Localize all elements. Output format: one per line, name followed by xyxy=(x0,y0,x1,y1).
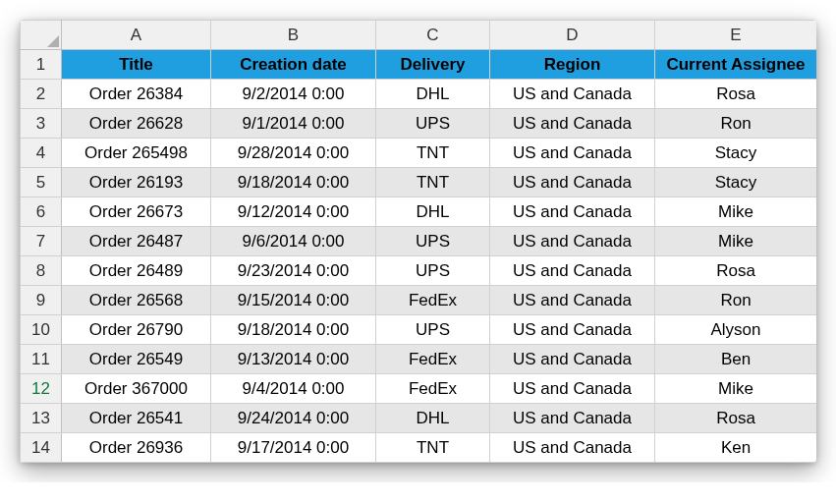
cell-region[interactable]: US and Canada xyxy=(490,197,655,227)
row-header-7[interactable]: 7 xyxy=(21,227,62,256)
header-delivery[interactable]: Delivery xyxy=(376,50,490,80)
row-header-11[interactable]: 11 xyxy=(21,345,62,374)
cell-title[interactable]: Order 26549 xyxy=(62,345,211,374)
row-header-2[interactable]: 2 xyxy=(21,80,62,109)
cell-delivery[interactable]: DHL xyxy=(376,404,490,433)
cell-assignee[interactable]: Ken xyxy=(655,433,817,463)
cell-date[interactable]: 9/18/2014 0:00 xyxy=(211,168,376,197)
cell-date[interactable]: 9/1/2014 0:00 xyxy=(211,109,376,139)
table-row: 4 Order 265498 9/28/2014 0:00 TNT US and… xyxy=(21,139,817,168)
cell-assignee[interactable]: Ron xyxy=(655,109,817,139)
cell-assignee[interactable]: Ben xyxy=(655,345,817,374)
cell-delivery[interactable]: DHL xyxy=(376,80,490,109)
cell-assignee[interactable]: Alyson xyxy=(655,315,817,345)
row-header-9[interactable]: 9 xyxy=(21,286,62,315)
table-header-row: 1 Title Creation date Delivery Region Cu… xyxy=(21,50,817,80)
cell-assignee[interactable]: Stacy xyxy=(655,168,817,197)
col-header-A[interactable]: A xyxy=(62,21,211,50)
cell-title[interactable]: Order 26568 xyxy=(62,286,211,315)
cell-title[interactable]: Order 367000 xyxy=(62,374,211,404)
cell-assignee[interactable]: Ron xyxy=(655,286,817,315)
cell-date[interactable]: 9/4/2014 0:00 xyxy=(211,374,376,404)
cell-title[interactable]: Order 26193 xyxy=(62,168,211,197)
cell-delivery[interactable]: TNT xyxy=(376,168,490,197)
row-header-4[interactable]: 4 xyxy=(21,139,62,168)
cell-delivery[interactable]: FedEx xyxy=(376,345,490,374)
cell-title[interactable]: Order 265498 xyxy=(62,139,211,168)
cell-delivery[interactable]: TNT xyxy=(376,433,490,463)
cell-region[interactable]: US and Canada xyxy=(490,80,655,109)
row-header-5[interactable]: 5 xyxy=(21,168,62,197)
cell-region[interactable]: US and Canada xyxy=(490,315,655,345)
table-row: 6 Order 26673 9/12/2014 0:00 DHL US and … xyxy=(21,197,817,227)
cell-region[interactable]: US and Canada xyxy=(490,374,655,404)
cell-region[interactable]: US and Canada xyxy=(490,286,655,315)
cell-delivery[interactable]: TNT xyxy=(376,139,490,168)
column-header-row: A B C D E xyxy=(21,21,817,50)
cell-date[interactable]: 9/23/2014 0:00 xyxy=(211,256,376,286)
table-row: 8 Order 26489 9/23/2014 0:00 UPS US and … xyxy=(21,256,817,286)
row-header-13[interactable]: 13 xyxy=(21,404,62,433)
table-row: 11 Order 26549 9/13/2014 0:00 FedEx US a… xyxy=(21,345,817,374)
cell-assignee[interactable]: Rosa xyxy=(655,404,817,433)
cell-region[interactable]: US and Canada xyxy=(490,109,655,139)
cell-date[interactable]: 9/12/2014 0:00 xyxy=(211,197,376,227)
table-row: 14 Order 26936 9/17/2014 0:00 TNT US and… xyxy=(21,433,817,463)
cell-title[interactable]: Order 26790 xyxy=(62,315,211,345)
row-header-10[interactable]: 10 xyxy=(21,315,62,345)
header-title[interactable]: Title xyxy=(62,50,211,80)
col-header-C[interactable]: C xyxy=(376,21,490,50)
row-header-6[interactable]: 6 xyxy=(21,197,62,227)
cell-delivery[interactable]: UPS xyxy=(376,109,490,139)
cell-region[interactable]: US and Canada xyxy=(490,168,655,197)
grid[interactable]: A B C D E 1 Title Creation date Delivery… xyxy=(20,20,816,463)
cell-region[interactable]: US and Canada xyxy=(490,345,655,374)
cell-region[interactable]: US and Canada xyxy=(490,433,655,463)
col-header-D[interactable]: D xyxy=(490,21,655,50)
col-header-E[interactable]: E xyxy=(655,21,817,50)
cell-delivery[interactable]: FedEx xyxy=(376,286,490,315)
cell-delivery[interactable]: DHL xyxy=(376,197,490,227)
spreadsheet[interactable]: A B C D E 1 Title Creation date Delivery… xyxy=(20,20,816,463)
cell-assignee[interactable]: Rosa xyxy=(655,256,817,286)
cell-region[interactable]: US and Canada xyxy=(490,404,655,433)
cell-delivery[interactable]: UPS xyxy=(376,256,490,286)
cell-title[interactable]: Order 26487 xyxy=(62,227,211,256)
cell-date[interactable]: 9/18/2014 0:00 xyxy=(211,315,376,345)
cell-date[interactable]: 9/2/2014 0:00 xyxy=(211,80,376,109)
cell-title[interactable]: Order 26384 xyxy=(62,80,211,109)
cell-assignee[interactable]: Mike xyxy=(655,374,817,404)
cell-title[interactable]: Order 26936 xyxy=(62,433,211,463)
cell-assignee[interactable]: Rosa xyxy=(655,80,817,109)
cell-date[interactable]: 9/15/2014 0:00 xyxy=(211,286,376,315)
cell-delivery[interactable]: UPS xyxy=(376,315,490,345)
cell-title[interactable]: Order 26541 xyxy=(62,404,211,433)
cell-assignee[interactable]: Mike xyxy=(655,227,817,256)
cell-region[interactable]: US and Canada xyxy=(490,256,655,286)
row-header-1[interactable]: 1 xyxy=(21,50,62,80)
cell-title[interactable]: Order 26489 xyxy=(62,256,211,286)
select-all-corner[interactable] xyxy=(21,21,62,50)
row-header-8[interactable]: 8 xyxy=(21,256,62,286)
cell-date[interactable]: 9/6/2014 0:00 xyxy=(211,227,376,256)
cell-assignee[interactable]: Stacy xyxy=(655,139,817,168)
cell-delivery[interactable]: UPS xyxy=(376,227,490,256)
cell-delivery[interactable]: FedEx xyxy=(376,374,490,404)
cell-region[interactable]: US and Canada xyxy=(490,139,655,168)
cell-date[interactable]: 9/17/2014 0:00 xyxy=(211,433,376,463)
col-header-B[interactable]: B xyxy=(211,21,376,50)
cell-title[interactable]: Order 26628 xyxy=(62,109,211,139)
cell-title[interactable]: Order 26673 xyxy=(62,197,211,227)
cell-date[interactable]: 9/13/2014 0:00 xyxy=(211,345,376,374)
row-header-3[interactable]: 3 xyxy=(21,109,62,139)
row-header-12[interactable]: 12 xyxy=(21,374,62,404)
cell-date[interactable]: 9/28/2014 0:00 xyxy=(211,139,376,168)
row-header-14[interactable]: 14 xyxy=(21,433,62,463)
header-region[interactable]: Region xyxy=(490,50,655,80)
cell-assignee[interactable]: Mike xyxy=(655,197,817,227)
table-row: 9 Order 26568 9/15/2014 0:00 FedEx US an… xyxy=(21,286,817,315)
header-creation-date[interactable]: Creation date xyxy=(211,50,376,80)
header-assignee[interactable]: Current Assignee xyxy=(655,50,817,80)
cell-date[interactable]: 9/24/2014 0:00 xyxy=(211,404,376,433)
cell-region[interactable]: US and Canada xyxy=(490,227,655,256)
